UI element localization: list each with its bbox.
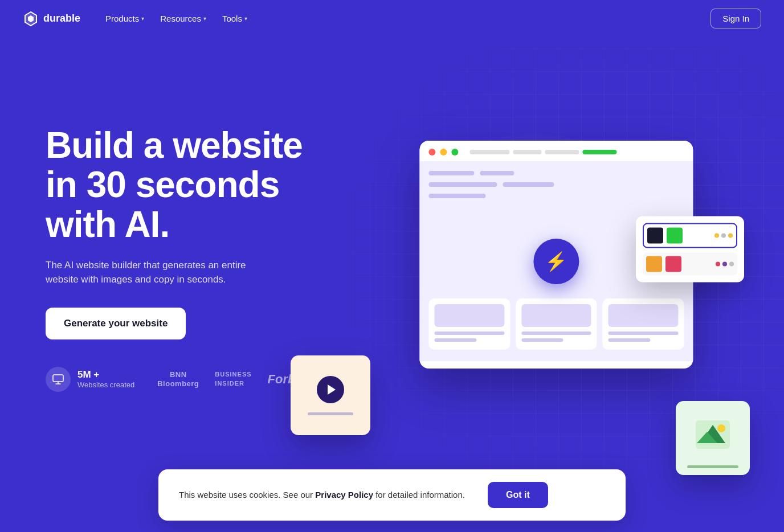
logo-icon	[23, 11, 39, 27]
color-palette-card	[636, 216, 744, 282]
business-insider-logo: BUSINESSINSIDER	[215, 370, 251, 388]
browser-bar	[513, 150, 541, 154]
dot-yellow-2	[728, 233, 733, 238]
chevron-down-icon: ▾	[141, 15, 144, 22]
hero-section: Build a website in 30 seconds with AI. T…	[0, 37, 784, 469]
cookie-accept-button[interactable]: Got it	[488, 482, 548, 508]
nav-tools-label: Tools	[222, 14, 242, 23]
swatch-green	[667, 227, 683, 243]
palette-row-2	[643, 252, 737, 275]
dot-purple	[722, 261, 727, 266]
logo-text: durable	[43, 13, 80, 24]
navigation: durable Products ▾ Resources ▾ Tools ▾ S…	[0, 0, 784, 37]
browser-bar-green	[582, 150, 616, 154]
image-icon-wrap	[696, 408, 730, 461]
nav-resources-label: Resources	[160, 14, 201, 23]
video-progress-bar	[308, 412, 353, 415]
palette-dots-2	[716, 261, 734, 266]
video-card	[291, 355, 370, 435]
stats-row: 5M + Websites created BNNBloomberg BUSIN…	[46, 367, 330, 392]
stat-label: Websites created	[77, 380, 134, 389]
websites-stat: 5M + Websites created	[46, 367, 134, 392]
nav-links: Products ▾ Resources ▾ Tools ▾	[99, 9, 254, 28]
swatch-red	[665, 256, 681, 272]
play-button-icon	[317, 376, 344, 403]
chevron-down-icon: ▾	[203, 15, 206, 22]
browser-card-2	[516, 298, 597, 350]
browser-dot-green	[451, 149, 458, 155]
cookie-banner: This website uses cookies. See our Priva…	[158, 469, 626, 521]
image-label-bar	[687, 465, 738, 468]
logo-link[interactable]: durable	[23, 11, 80, 27]
nav-link-tools[interactable]: Tools ▾	[215, 9, 254, 28]
chevron-down-icon: ▾	[244, 15, 247, 22]
browser-titlebar	[419, 141, 693, 162]
nav-link-products[interactable]: Products ▾	[99, 9, 151, 28]
nav-products-label: Products	[105, 14, 139, 23]
monitor-icon	[46, 367, 71, 392]
lightning-icon: ⚡	[533, 239, 579, 284]
svg-point-4	[717, 424, 725, 432]
palette-dots	[714, 233, 733, 238]
browser-card-3	[603, 298, 684, 350]
palette-row-selected	[643, 223, 737, 248]
browser-dot-red	[428, 149, 435, 155]
swatch-orange	[646, 256, 662, 272]
stat-number: 5M +	[77, 369, 134, 380]
browser-card-1	[428, 298, 510, 350]
cookie-message: This website uses cookies. See our Priva…	[179, 489, 465, 502]
hero-subtitle: The AI website builder that generates an…	[46, 258, 262, 287]
dot-yellow	[714, 233, 719, 238]
play-triangle	[328, 384, 336, 395]
generate-website-button[interactable]: Generate your website	[46, 308, 186, 339]
bloomberg-logo: BNNBloomberg	[157, 370, 199, 388]
browser-bar	[545, 150, 579, 154]
nav-link-resources[interactable]: Resources ▾	[153, 9, 213, 28]
image-card	[676, 401, 750, 475]
dot-gray	[721, 233, 726, 238]
sign-in-button[interactable]: Sign In	[710, 9, 761, 28]
browser-address-bar-group	[469, 150, 616, 154]
dot-red	[716, 261, 720, 266]
hero-left: Build a website in 30 seconds with AI. T…	[46, 126, 330, 391]
browser-dot-yellow	[440, 149, 447, 155]
browser-cards	[428, 298, 684, 350]
browser-bar	[469, 150, 509, 154]
hero-title: Build a website in 30 seconds with AI.	[46, 126, 330, 244]
mountain-icon	[696, 420, 730, 449]
dot-gray-2	[729, 261, 734, 266]
swatch-dark	[647, 227, 663, 243]
svg-rect-0	[53, 375, 63, 382]
press-logos: BNNBloomberg BUSINESSINSIDER Forbes	[157, 370, 309, 388]
hero-illustration: ⚡	[330, 48, 738, 469]
privacy-policy-link[interactable]: Privacy Policy	[315, 490, 373, 500]
